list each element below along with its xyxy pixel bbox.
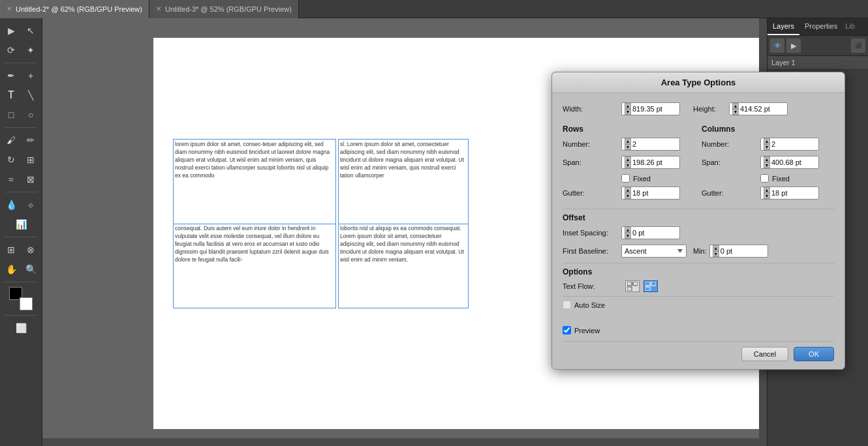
- rows-span-down[interactable]: ▼: [625, 162, 631, 168]
- area-type-options-dialog[interactable]: Area Type Options Width: ▲ ▼ 819.35 pt H…: [551, 72, 845, 370]
- columns-number-down[interactable]: ▼: [764, 144, 770, 150]
- width-down-arrow[interactable]: ▼: [625, 109, 631, 115]
- rows-gutter-spinner[interactable]: ▲ ▼: [625, 187, 631, 199]
- tab-1[interactable]: ✕ Untitled-2* @ 62% (RGB/GPU Preview): [0, 0, 149, 18]
- ellipse-tool[interactable]: ○: [22, 106, 40, 124]
- rows-number-down[interactable]: ▼: [625, 144, 631, 150]
- tab-1-close[interactable]: ✕: [7, 5, 12, 12]
- tab-2-close[interactable]: ✕: [156, 5, 161, 12]
- magic-wand-tool[interactable]: ✦: [22, 41, 40, 59]
- ok-button[interactable]: OK: [794, 347, 834, 361]
- baseline-min-spinner[interactable]: ▲ ▼: [713, 245, 719, 257]
- columns-span-spinner[interactable]: ▲ ▼: [764, 156, 770, 168]
- first-baseline-row: First Baseline: Ascent Cap Height Leadin…: [563, 245, 834, 258]
- artboard-tool[interactable]: ⊞: [2, 241, 20, 259]
- first-baseline-select[interactable]: Ascent Cap Height Leading x Height Em Bo…: [621, 245, 687, 258]
- graph-tool[interactable]: 📊: [12, 215, 30, 233]
- columns-number-row: Number: ▲ ▼ 2: [702, 138, 834, 151]
- height-down-arrow[interactable]: ▼: [732, 109, 739, 115]
- direct-selection-tool[interactable]: ↖: [22, 22, 40, 40]
- zoom-tool[interactable]: 🔍: [22, 260, 40, 278]
- preview-checkbox[interactable]: [563, 326, 571, 334]
- selection-tool[interactable]: ▶: [2, 22, 20, 40]
- rows-gutter-row: Gutter: ▲ ▼ 18 pt: [563, 186, 695, 200]
- eye-icon[interactable]: 👁: [770, 38, 784, 53]
- scale-tool[interactable]: ⊞: [22, 151, 40, 169]
- rows-gutter-down[interactable]: ▼: [625, 193, 631, 199]
- rows-number-value: 2: [632, 140, 636, 148]
- type-tool[interactable]: T: [2, 86, 20, 104]
- rows-span-label: Span:: [563, 158, 621, 166]
- tab-layers[interactable]: Layers: [767, 18, 799, 35]
- inset-spacing-input[interactable]: ▲ ▼ 0 pt: [621, 226, 680, 239]
- rows-gutter-input[interactable]: ▲ ▼ 18 pt: [621, 186, 680, 200]
- pencil-tool[interactable]: ✏: [22, 131, 40, 149]
- rows-number-spinner[interactable]: ▲ ▼: [625, 138, 631, 150]
- background-color[interactable]: [20, 297, 33, 310]
- svg-rect-3: [645, 287, 650, 291]
- hand-tool[interactable]: ✋: [2, 260, 20, 278]
- add-anchor-tool[interactable]: +: [22, 67, 40, 85]
- rows-span-row: Span: ▲ ▼ 198.26 pt: [563, 156, 695, 169]
- slice-tool[interactable]: ⊗: [22, 241, 40, 259]
- inset-spacing-spinner[interactable]: ▲ ▼: [625, 227, 631, 239]
- width-input[interactable]: ▲ ▼ 819.35 pt: [621, 102, 680, 115]
- rows-fixed-checkbox[interactable]: [621, 174, 630, 183]
- rows-gutter-up[interactable]: ▲: [625, 187, 631, 193]
- blend-tool[interactable]: ⟐: [22, 196, 40, 214]
- text-flow-horizontal-icon[interactable]: [625, 280, 640, 292]
- horizontal-scrollbar[interactable]: [42, 438, 767, 446]
- tab-properties[interactable]: Properties: [799, 18, 843, 35]
- baseline-min-up[interactable]: ▲: [713, 245, 719, 251]
- inset-down[interactable]: ▼: [625, 233, 631, 239]
- panel-tabs: Layers Properties Lib: [767, 18, 868, 36]
- columns-number-spinner[interactable]: ▲ ▼: [764, 138, 770, 150]
- columns-gutter-up[interactable]: ▲: [764, 187, 770, 193]
- auto-size-checkbox[interactable]: [563, 301, 571, 309]
- rows-span-up[interactable]: ▲: [625, 156, 631, 162]
- inset-up[interactable]: ▲: [625, 227, 631, 233]
- columns-gutter-down[interactable]: ▼: [764, 193, 770, 199]
- height-spinner[interactable]: ▲ ▼: [732, 103, 739, 115]
- warp-tool[interactable]: ≈: [2, 170, 20, 188]
- eyedropper-tool[interactable]: 💧: [2, 196, 20, 214]
- height-up-arrow[interactable]: ▲: [732, 103, 739, 109]
- layer-1-item[interactable]: Layer 1: [767, 56, 868, 70]
- width-label: Width:: [563, 105, 621, 113]
- lasso-tool[interactable]: ⟳: [2, 41, 20, 59]
- width-spinner[interactable]: ▲ ▼: [625, 103, 631, 115]
- pen-tool[interactable]: ✒: [2, 67, 20, 85]
- tab-2[interactable]: ✕ Untitled-3* @ 52% (RGB/GPU Preview): [149, 0, 299, 18]
- width-up-arrow[interactable]: ▲: [625, 103, 631, 109]
- rows-number-input[interactable]: ▲ ▼ 2: [621, 138, 680, 151]
- paintbrush-tool[interactable]: 🖌: [2, 131, 20, 149]
- rectangle-tool[interactable]: □: [2, 106, 20, 124]
- change-screen-mode[interactable]: ⬜: [12, 319, 30, 337]
- rotate-tool[interactable]: ↻: [2, 151, 20, 169]
- baseline-min-down[interactable]: ▼: [713, 251, 719, 257]
- text-flow-vertical-icon[interactable]: [643, 280, 658, 292]
- rows-span-input[interactable]: ▲ ▼ 198.26 pt: [621, 156, 680, 169]
- layer-thumbnail-icon[interactable]: ⬛: [851, 38, 865, 53]
- columns-number-input[interactable]: ▲ ▼ 2: [760, 138, 819, 151]
- inset-spacing-value: 0 pt: [632, 229, 644, 237]
- columns-gutter-spinner[interactable]: ▲ ▼: [764, 187, 770, 199]
- cancel-button[interactable]: Cancel: [741, 347, 788, 361]
- first-baseline-min-input[interactable]: ▲ ▼ 0 pt: [709, 245, 768, 258]
- chevron-right-icon[interactable]: ▶: [786, 38, 801, 53]
- columns-gutter-input[interactable]: ▲ ▼ 18 pt: [760, 186, 819, 200]
- left-toolbar: ▶ ↖ ⟳ ✦ ✒ + T ╲ □ ○ 🖌 ✏ ↻ ⊞ ≈: [0, 18, 42, 446]
- columns-number-up[interactable]: ▲: [764, 138, 770, 144]
- rows-number-up[interactable]: ▲: [625, 138, 631, 144]
- free-transform-tool[interactable]: ⊠: [22, 170, 40, 188]
- text-frame-left[interactable]: lorem ipsum dolor sit amet, consec-tetue…: [173, 139, 336, 308]
- columns-span-input[interactable]: ▲ ▼ 400.68 pt: [760, 156, 819, 169]
- columns-fixed-checkbox[interactable]: [760, 174, 769, 183]
- rows-span-spinner[interactable]: ▲ ▼: [625, 156, 631, 168]
- tab-lib[interactable]: Lib: [843, 18, 858, 35]
- text-frame-right[interactable]: sl. Lorem ipsum dolor sit amet, consecte…: [338, 139, 469, 308]
- columns-span-down[interactable]: ▼: [764, 162, 770, 168]
- columns-span-up[interactable]: ▲: [764, 156, 770, 162]
- line-tool[interactable]: ╲: [22, 86, 40, 104]
- height-input[interactable]: ▲ ▼ 414.52 pt: [729, 102, 788, 115]
